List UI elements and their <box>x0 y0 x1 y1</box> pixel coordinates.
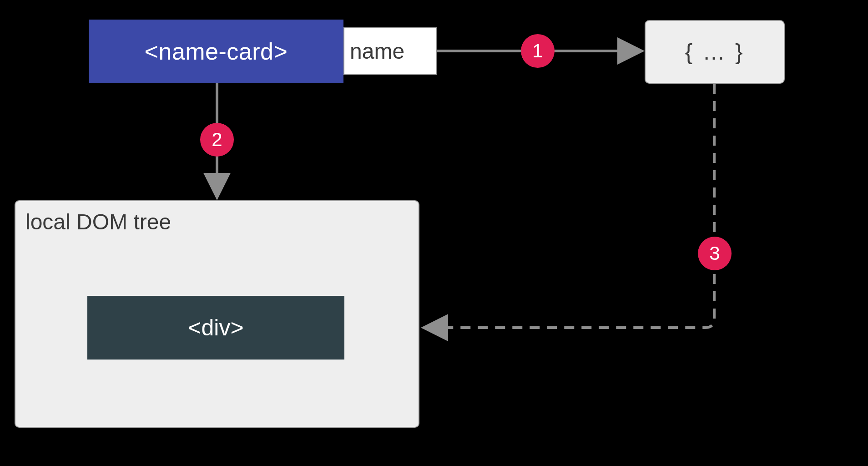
div-label: <div> <box>188 314 243 341</box>
div-element: <div> <box>87 296 344 360</box>
step-marker-3: 3 <box>698 237 732 270</box>
diagram-canvas: <name-card> name { … } local DOM tree <d… <box>0 0 868 466</box>
name-attribute-tag: name <box>343 27 437 75</box>
name-tag-label: name <box>350 39 404 64</box>
step-marker-2-label: 2 <box>212 129 222 151</box>
local-dom-tree-label: local DOM tree <box>25 209 171 234</box>
step-marker-1: 1 <box>521 34 555 68</box>
data-object-label: { … } <box>685 39 744 65</box>
name-card-label: <name-card> <box>145 38 288 65</box>
arrow-3 <box>425 84 714 328</box>
data-object-box: { … } <box>645 20 785 84</box>
step-marker-1-label: 1 <box>532 40 543 62</box>
name-card-element: <name-card> <box>89 20 343 83</box>
step-marker-3-label: 3 <box>709 243 720 264</box>
step-marker-2: 2 <box>200 123 234 157</box>
